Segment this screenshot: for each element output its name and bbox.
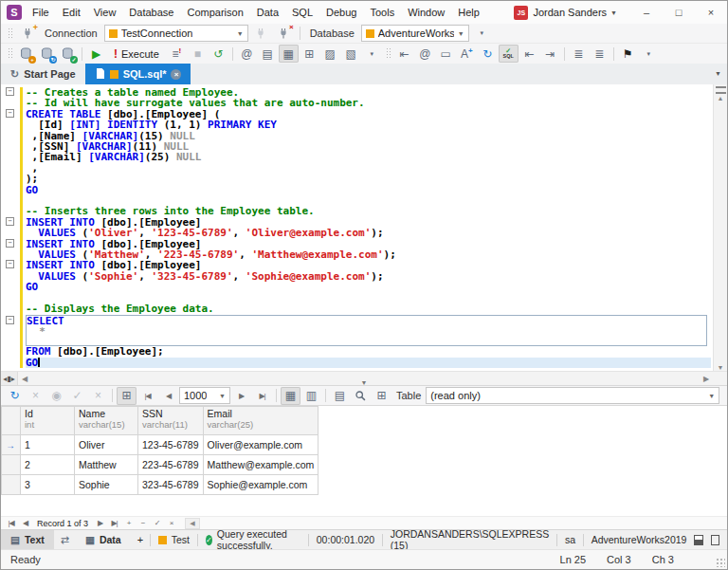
- combo-caret-icon[interactable]: ▼: [458, 30, 464, 37]
- grid-cell[interactable]: Oliver@example.com: [203, 435, 318, 455]
- grid-cell[interactable]: Sophie: [75, 475, 138, 495]
- stop-results-icon[interactable]: ×: [26, 387, 46, 405]
- code-fold-icon[interactable]: −: [6, 260, 14, 268]
- close-button[interactable]: ×: [695, 1, 727, 24]
- comment-lines-icon[interactable]: ≣: [569, 45, 589, 63]
- row-selector-header[interactable]: [2, 407, 21, 435]
- menu-item-edit[interactable]: Edit: [56, 1, 87, 24]
- minimize-button[interactable]: –: [630, 1, 663, 24]
- first-record-icon[interactable]: |◀: [5, 519, 17, 527]
- decrease-indent-icon[interactable]: ⇤: [519, 45, 539, 63]
- code-fold-icon[interactable]: −: [6, 87, 14, 96]
- tab-start-page[interactable]: ↻Start Page: [1, 64, 85, 84]
- scroll-up-icon[interactable]: ▲: [718, 95, 724, 101]
- menu-item-data[interactable]: Data: [250, 1, 285, 24]
- grid-cell[interactable]: Oliver: [75, 435, 138, 455]
- code-fold-icon[interactable]: −: [6, 239, 14, 248]
- swap-results-icon[interactable]: ⇄: [54, 534, 76, 546]
- row-selector[interactable]: [2, 455, 21, 475]
- database-commit-icon[interactable]: ✓: [58, 45, 78, 63]
- standard-toolbar-grip[interactable]: [8, 47, 12, 60]
- page-size-select[interactable]: 1000▼: [179, 387, 230, 404]
- column-header-id[interactable]: Idint: [21, 407, 75, 435]
- layout-overflow-icon[interactable]: ▾: [362, 45, 382, 63]
- menu-item-help[interactable]: Help: [451, 1, 486, 24]
- column-header-email[interactable]: Emailvarchar(25): [203, 407, 318, 435]
- code-line[interactable]: GO: [26, 185, 711, 195]
- column-header-ssn[interactable]: SSNvarchar(11): [138, 407, 204, 435]
- find-in-grid-icon[interactable]: [351, 387, 371, 405]
- row-selector[interactable]: →: [2, 435, 21, 455]
- menu-item-debug[interactable]: Debug: [319, 1, 363, 24]
- code-line[interactable]: VALUES ('Sophie', '323-45-6789', 'Sophie…: [26, 271, 711, 282]
- results-tab-text[interactable]: ▤Text: [1, 530, 54, 549]
- resize-grip[interactable]: [716, 558, 725, 567]
- execute-script-icon[interactable]: ≡!: [167, 45, 187, 63]
- refresh-document-icon[interactable]: ↻: [478, 45, 498, 63]
- previous-page-icon[interactable]: ◀: [158, 387, 178, 405]
- row-selector[interactable]: [2, 475, 21, 495]
- connect-icon[interactable]: [251, 25, 271, 43]
- combo-caret-icon[interactable]: ▼: [219, 393, 226, 399]
- code-line[interactable]: FROM [dbo].[Employee];: [26, 346, 711, 357]
- database-refresh-icon[interactable]: ↻: [37, 45, 57, 63]
- new-connection-icon[interactable]: +: [18, 25, 38, 43]
- connection-toolbar-grip[interactable]: [8, 28, 12, 40]
- column-header-name[interactable]: Namevarchar(15): [75, 407, 138, 435]
- last-page-icon[interactable]: ▶|: [252, 387, 272, 405]
- card-view-icon[interactable]: ▥: [301, 387, 321, 405]
- snapshot-icon[interactable]: ◉: [46, 387, 66, 405]
- to-uppercase-icon[interactable]: A+: [457, 45, 477, 63]
- account-caret-icon[interactable]: ▼: [610, 9, 617, 16]
- toolbar-overflow-icon[interactable]: ▾: [472, 25, 492, 43]
- tab-sql-file[interactable]: SQL.sql*×: [85, 64, 191, 84]
- grid-scroll-left-icon[interactable]: ◀: [185, 518, 200, 529]
- results-tab-data[interactable]: ▦Data: [76, 530, 131, 549]
- menu-item-file[interactable]: File: [26, 1, 56, 24]
- editor-split-handle[interactable]: [716, 86, 726, 94]
- append-record-icon[interactable]: +: [122, 519, 135, 527]
- connection-select[interactable]: TestConnection▼: [104, 25, 248, 42]
- tab-list-caret-icon[interactable]: ▼: [715, 70, 721, 77]
- containing-folder-icon[interactable]: ▭: [436, 45, 456, 63]
- window-layout-icon[interactable]: ▧: [341, 45, 361, 63]
- code-fold-icon[interactable]: −: [6, 109, 14, 118]
- table-select[interactable]: (read only)▼: [426, 387, 719, 404]
- sql-toolbar-grip[interactable]: [386, 47, 391, 60]
- bookmark-icon[interactable]: ⚑: [618, 45, 638, 63]
- pane-splitter-icon[interactable]: ▼: [361, 379, 368, 386]
- menu-item-tools[interactable]: Tools: [363, 1, 401, 24]
- first-page-icon[interactable]: |◀: [137, 387, 157, 405]
- delete-record-icon[interactable]: −: [136, 519, 149, 527]
- last-record-icon[interactable]: ▶|: [108, 519, 120, 527]
- navigate-back-icon[interactable]: ⇤: [394, 45, 414, 63]
- code-line[interactable]: );: [26, 174, 711, 184]
- cancel-edit-icon[interactable]: ×: [165, 519, 177, 527]
- increase-indent-icon[interactable]: ⇥: [540, 45, 560, 63]
- grid-view-icon[interactable]: ▦: [281, 387, 300, 405]
- menu-item-comparison[interactable]: Comparison: [180, 1, 249, 24]
- scroll-left-icon[interactable]: ◀: [18, 375, 31, 383]
- paging-icon[interactable]: ⊞: [117, 387, 136, 405]
- code-line[interactable]: SELECT: [27, 316, 706, 326]
- editor-vsplit-handle[interactable]: ◂▮▸: [1, 372, 18, 385]
- discard-changes-icon[interactable]: ×: [88, 387, 108, 405]
- disconnect-icon[interactable]: ×: [274, 25, 294, 43]
- results-grid-icon[interactable]: ▦: [279, 45, 299, 63]
- grid-cell[interactable]: 323-45-6789: [138, 475, 204, 495]
- grid-cell[interactable]: 1: [21, 435, 75, 455]
- code-line[interactable]: -- Displays the Employee data.: [26, 303, 711, 314]
- code-fold-icon[interactable]: −: [6, 217, 14, 226]
- grid-cell[interactable]: 3: [21, 475, 75, 495]
- query-history-icon[interactable]: ↺: [209, 45, 228, 63]
- maximize-button[interactable]: □: [663, 1, 695, 24]
- uncomment-lines-icon[interactable]: ≣: [590, 45, 610, 63]
- validate-sql-icon[interactable]: ✓SQL: [499, 45, 519, 63]
- menu-item-view[interactable]: View: [87, 1, 123, 24]
- database-select[interactable]: AdventureWorks20...▼: [361, 25, 469, 42]
- new-sql-document-icon[interactable]: +: [16, 45, 36, 63]
- scroll-right-icon[interactable]: ▶: [700, 375, 713, 383]
- sql-editor-surface[interactable]: −−−−−− -- Creates a table named Employee…: [1, 84, 713, 371]
- combo-caret-icon[interactable]: ▼: [237, 30, 244, 37]
- grid-cell[interactable]: Matthew: [75, 455, 138, 475]
